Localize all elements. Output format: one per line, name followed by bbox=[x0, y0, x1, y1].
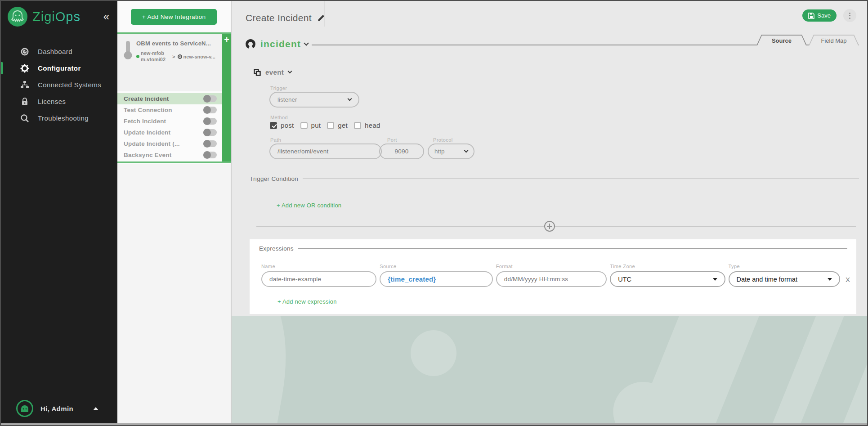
sidebar-item-connected-systems[interactable]: Connected Systems bbox=[1, 76, 117, 93]
target-system-name: new-snow-v... bbox=[183, 54, 215, 59]
sidebar-item-configurator[interactable]: Configurator bbox=[1, 60, 117, 76]
trigger-select[interactable]: listener bbox=[269, 92, 359, 108]
method-checkbox-post[interactable] bbox=[270, 122, 277, 129]
method-checkbox-put[interactable] bbox=[300, 122, 308, 129]
type-value: Date and time format bbox=[737, 276, 797, 283]
protocol-value: http bbox=[434, 148, 445, 155]
window-bottom-edge bbox=[1, 423, 867, 425]
expression-name-input[interactable] bbox=[261, 271, 376, 287]
expressions-title: Expressions bbox=[259, 245, 294, 252]
user-greeting: Hi, Admin bbox=[40, 405, 73, 413]
gear-icon bbox=[20, 64, 30, 73]
user-menu[interactable]: Hi, Admin bbox=[1, 400, 117, 417]
sidebar-item-dashboard[interactable]: Dashboard bbox=[1, 43, 117, 60]
sidebar-item-licenses[interactable]: Licenses bbox=[1, 93, 117, 110]
sidebar-item-label: Configurator bbox=[38, 64, 81, 72]
add-section-button[interactable] bbox=[544, 221, 555, 232]
select-arrow-icon bbox=[713, 278, 717, 281]
gauge-icon bbox=[20, 47, 30, 56]
source-system-name: new-mfobm-vtomi02 bbox=[141, 50, 167, 63]
add-or-condition-link[interactable]: + Add new OR condition bbox=[277, 202, 341, 209]
zigiops-logo-icon bbox=[7, 6, 28, 27]
user-avatar bbox=[16, 400, 33, 417]
thermometer-icon bbox=[123, 40, 133, 88]
edit-pencil-icon[interactable] bbox=[317, 14, 325, 22]
decor-shape bbox=[411, 330, 456, 376]
source-object-dropdown[interactable]: incident bbox=[245, 39, 308, 49]
expression-format-input[interactable] bbox=[496, 271, 607, 287]
app-window: ZigiOps « Dashboard Configurator Conn bbox=[0, 0, 868, 426]
expression-source-input[interactable] bbox=[380, 271, 492, 287]
format-label: Format bbox=[496, 264, 607, 269]
add-new-integration-button[interactable]: + Add New Integration bbox=[131, 9, 217, 25]
expressions-card: Expressions Name Source Format bbox=[250, 239, 856, 314]
event-section-title: event bbox=[265, 68, 284, 76]
more-options-button[interactable] bbox=[843, 9, 856, 22]
incident-ring-icon bbox=[245, 39, 256, 49]
selected-integration-block: OBM events to ServiceN... new-mfobm-vtom… bbox=[117, 32, 231, 163]
remove-expression-button[interactable]: X bbox=[846, 276, 850, 283]
action-toggle[interactable] bbox=[203, 107, 217, 113]
save-label: Save bbox=[817, 12, 831, 19]
method-option-label: post bbox=[281, 121, 294, 129]
page-title: Create Incident bbox=[246, 13, 312, 23]
timezone-select[interactable]: UTC bbox=[610, 271, 725, 287]
target-system-icon bbox=[178, 54, 182, 59]
source-object-title: incident bbox=[260, 39, 301, 49]
sidebar-item-label: Dashboard bbox=[38, 48, 72, 55]
method-option-label: get bbox=[338, 121, 348, 129]
action-label: Fetch Incident bbox=[124, 118, 166, 125]
add-action-button[interactable]: + bbox=[224, 34, 229, 161]
brand-title: ZigiOps bbox=[32, 9, 81, 24]
expressions-divider bbox=[298, 248, 847, 249]
tab-field-map[interactable]: Field Map bbox=[809, 35, 859, 45]
action-item-fetch-incident[interactable]: Fetch Incident bbox=[117, 116, 222, 127]
arrow-right: > bbox=[172, 54, 175, 59]
path-label: Path bbox=[270, 137, 281, 143]
integration-card[interactable]: OBM events to ServiceN... new-mfobm-vtom… bbox=[117, 34, 222, 91]
method-option-label: head bbox=[365, 121, 380, 129]
logo-row: ZigiOps « bbox=[1, 1, 117, 31]
panel-lower-area bbox=[117, 164, 231, 425]
action-item-update-incident[interactable]: Update Incident bbox=[117, 127, 222, 138]
integration-green-bar: + bbox=[222, 34, 231, 161]
action-item-create-incident[interactable]: Create Incident bbox=[117, 93, 222, 104]
action-item-update-incident-2[interactable]: Update Incident (... bbox=[117, 138, 222, 149]
lock-icon bbox=[20, 97, 30, 106]
tab-source[interactable]: Source bbox=[756, 35, 807, 45]
action-item-backsync-event[interactable]: Backsync Event bbox=[117, 149, 222, 161]
action-label: Test Connection bbox=[124, 107, 172, 113]
port-input[interactable] bbox=[379, 143, 424, 159]
action-item-test-connection[interactable]: Test Connection bbox=[117, 104, 222, 116]
action-toggle[interactable] bbox=[203, 118, 217, 125]
path-input[interactable] bbox=[269, 143, 382, 159]
caret-up-icon bbox=[93, 407, 98, 410]
sidebar-item-label: Licenses bbox=[38, 98, 66, 105]
save-button[interactable]: Save bbox=[802, 9, 837, 22]
add-expression-link[interactable]: + Add new expression bbox=[277, 298, 337, 305]
trigger-condition-title: Trigger Condition bbox=[250, 175, 298, 182]
trigger-label: Trigger bbox=[270, 85, 287, 91]
action-label: Update Incident (... bbox=[124, 140, 180, 147]
action-label: Create Incident bbox=[124, 95, 169, 102]
sidebar-collapse-button[interactable]: « bbox=[103, 11, 109, 22]
action-toggle[interactable] bbox=[203, 95, 217, 102]
method-checkbox-head[interactable] bbox=[354, 122, 361, 129]
sidebar: ZigiOps « Dashboard Configurator Conn bbox=[1, 1, 117, 425]
chevron-down-icon bbox=[304, 40, 309, 45]
event-section-toggle[interactable]: event bbox=[254, 68, 291, 76]
trigger-value: listener bbox=[277, 96, 297, 103]
type-select[interactable]: Date and time format bbox=[729, 271, 840, 287]
action-toggle[interactable] bbox=[203, 129, 217, 136]
event-copy-icon bbox=[254, 69, 261, 76]
save-icon bbox=[808, 13, 814, 19]
protocol-select[interactable]: http bbox=[428, 143, 474, 159]
action-toggle[interactable] bbox=[203, 140, 217, 147]
chevron-down-icon bbox=[288, 69, 292, 74]
method-checkbox-get[interactable] bbox=[327, 122, 334, 129]
decor-shape bbox=[232, 316, 300, 425]
sidebar-item-troubleshooting[interactable]: Troubleshooting bbox=[1, 110, 117, 126]
source-label: Source bbox=[380, 264, 492, 269]
name-label: Name bbox=[261, 264, 376, 269]
action-toggle[interactable] bbox=[203, 152, 217, 158]
